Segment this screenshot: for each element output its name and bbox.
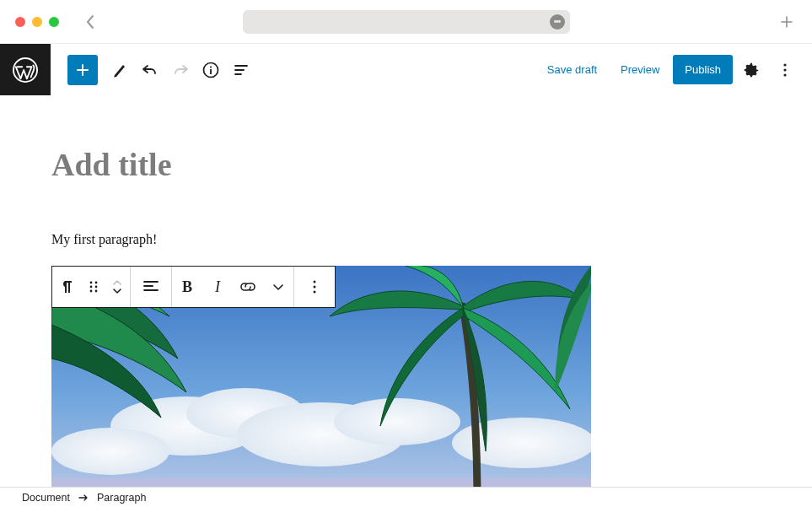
chevron-down-icon — [111, 287, 123, 295]
post-title-input[interactable]: Add title — [51, 146, 812, 183]
kebab-icon — [777, 62, 793, 78]
move-up-button[interactable] — [111, 278, 123, 287]
align-button[interactable] — [131, 267, 171, 307]
window-traffic-lights — [15, 17, 59, 27]
svg-point-12 — [95, 290, 98, 293]
svg-point-11 — [90, 290, 93, 293]
browser-chrome: ••• — [0, 0, 812, 44]
svg-point-4 — [783, 63, 786, 66]
breadcrumb-root[interactable]: Document — [22, 492, 70, 504]
add-block-button[interactable] — [67, 55, 98, 85]
window-maximize-button[interactable] — [49, 17, 59, 27]
editor-canvas: Add title B I — [0, 95, 812, 488]
breadcrumb-current[interactable]: Paragraph — [97, 492, 146, 504]
align-left-icon — [143, 279, 159, 294]
kebab-icon — [306, 278, 323, 295]
chevron-up-icon — [111, 278, 123, 287]
svg-point-22 — [51, 428, 169, 475]
toolbar-right-group: Save draft Preview Publish — [537, 55, 812, 85]
window-close-button[interactable] — [15, 17, 25, 27]
more-formatting-button[interactable] — [263, 267, 293, 307]
editor-breadcrumb: Document Paragraph — [0, 487, 812, 507]
move-down-button[interactable] — [111, 287, 123, 295]
svg-point-2 — [210, 66, 212, 67]
toolbar-left-group — [51, 55, 256, 85]
svg-point-13 — [314, 281, 316, 283]
block-type-button[interactable] — [52, 267, 83, 307]
svg-point-14 — [314, 286, 316, 289]
more-options-button[interactable] — [770, 55, 800, 85]
publish-button[interactable]: Publish — [673, 55, 733, 84]
save-draft-button[interactable]: Save draft — [537, 57, 607, 83]
preview-button[interactable]: Preview — [610, 57, 669, 83]
arrow-right-icon — [78, 494, 89, 502]
paragraph-block[interactable]: My first paragraph! — [51, 232, 812, 247]
plus-icon — [74, 62, 91, 78]
info-button[interactable] — [196, 55, 226, 85]
undo-icon — [141, 62, 159, 78]
italic-button[interactable]: I — [202, 267, 233, 307]
link-icon — [239, 279, 257, 294]
breadcrumb-separator — [78, 494, 89, 502]
link-button[interactable] — [233, 267, 263, 307]
svg-point-20 — [334, 398, 460, 445]
tools-button[interactable] — [105, 55, 135, 85]
browser-url-bar[interactable]: ••• — [243, 10, 570, 34]
svg-point-15 — [314, 291, 316, 294]
block-toolbar: B I — [51, 266, 336, 308]
window-minimize-button[interactable] — [32, 17, 42, 27]
block-more-options-button[interactable] — [294, 267, 335, 307]
browser-back-button[interactable] — [84, 14, 96, 30]
drag-icon — [88, 279, 99, 294]
redo-button[interactable] — [165, 55, 196, 85]
wordpress-logo[interactable] — [0, 44, 51, 95]
svg-point-9 — [90, 286, 93, 289]
url-more-icon[interactable]: ••• — [550, 14, 565, 30]
browser-new-tab-button[interactable] — [780, 15, 793, 29]
editor-top-bar: Save draft Preview Publish — [0, 44, 812, 95]
info-icon — [202, 61, 220, 79]
svg-point-10 — [95, 286, 98, 289]
settings-button[interactable] — [736, 55, 766, 85]
svg-point-5 — [783, 68, 786, 71]
drag-handle[interactable] — [83, 267, 105, 307]
svg-point-6 — [783, 73, 786, 76]
outline-button[interactable] — [226, 55, 256, 85]
gear-icon — [742, 61, 761, 79]
wordpress-icon — [13, 57, 38, 83]
svg-point-7 — [90, 282, 93, 284]
pencil-icon — [111, 62, 128, 78]
svg-point-8 — [95, 282, 98, 284]
list-view-icon — [232, 62, 250, 78]
bold-button[interactable]: B — [172, 267, 202, 307]
chevron-down-icon — [272, 280, 285, 294]
svg-rect-3 — [210, 69, 212, 74]
redo-icon — [171, 62, 190, 78]
paragraph-icon — [59, 278, 76, 295]
undo-button[interactable] — [135, 55, 165, 85]
